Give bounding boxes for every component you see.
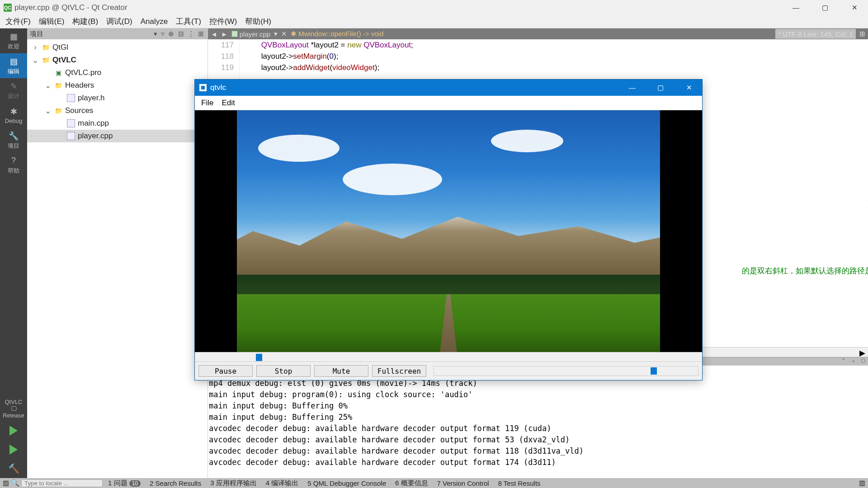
nav-back-button[interactable]: ◄ [211, 30, 217, 38]
dropdown-icon[interactable]: ▾ [274, 30, 278, 38]
qtcreator-icon: QC [4, 4, 12, 12]
symbol-crumb[interactable]: ✱ Mwindow::openFile() -> void [291, 30, 383, 38]
qtvlc-titlebar[interactable]: qtvlc — ▢ ✕ [195, 80, 702, 96]
mode-welcome[interactable]: ▦欢迎 [0, 28, 27, 53]
status-issues[interactable]: 1 问题 10 [104, 479, 144, 488]
twisty-icon[interactable]: ⌄ [44, 81, 52, 90]
tree-row[interactable]: player.cpp [27, 130, 208, 142]
menu-edit[interactable]: 编辑(E) [39, 16, 65, 27]
line-number: 119 [208, 62, 234, 73]
run-debug-button[interactable] [0, 440, 27, 459]
bug-icon: ✱ [9, 107, 19, 117]
status-compile[interactable]: 4 编译输出 [262, 479, 302, 488]
menu-help[interactable]: 帮助(H) [245, 16, 271, 27]
folder-icon: 📁 [54, 107, 62, 115]
status-appoutput[interactable]: 3 应用程序输出 [207, 479, 260, 488]
edit-icon: ▤ [9, 56, 19, 66]
player-controls: Pause Stop Mute Fullscreen [195, 362, 702, 380]
search-icon: 🔍 [11, 479, 19, 487]
video-area[interactable] [195, 110, 702, 352]
mode-debug[interactable]: ✱Debug [0, 103, 27, 128]
tree-row[interactable]: ⌄📁Headers [27, 79, 208, 92]
build-button[interactable]: 🔨 [0, 459, 27, 478]
menu-widgets[interactable]: 控件(W) [209, 16, 237, 27]
status-qml[interactable]: 5 QML Debugger Console [304, 479, 390, 487]
qtvlc-maximize-button[interactable]: ▢ [647, 84, 674, 92]
menu-analyze[interactable]: Analyze [141, 17, 168, 26]
qtvlc-close-button[interactable]: ✕ [676, 84, 702, 92]
locator-input[interactable] [21, 479, 103, 487]
mode-projects[interactable]: 🔧项目 [0, 128, 27, 153]
tree-row[interactable]: ⌄📁QtVLC [27, 54, 208, 66]
progress-icon[interactable]: ▥ [859, 479, 865, 487]
status-vcs[interactable]: 7 Version Control [434, 479, 493, 487]
tree-row[interactable]: player.h [27, 92, 208, 104]
menu-tools[interactable]: 工具(T) [176, 16, 201, 27]
mode-bar: ▦欢迎 ▤编辑 ✎设计 ✱Debug 🔧项目 ?帮助 QtVLC 🖵 Relea… [0, 28, 27, 478]
output-text[interactable]: mp4 demux debug: stss gives 2 --> 0 (sam… [208, 366, 868, 478]
menu-debug[interactable]: 调试(D) [106, 16, 132, 27]
close-button[interactable]: ✕ [841, 4, 868, 12]
volume-thumb[interactable] [651, 367, 657, 375]
kit-config-label: Release [3, 412, 24, 419]
cpp-file-icon [231, 31, 238, 37]
scroll-right-icon[interactable]: ▶ [859, 348, 865, 358]
tree-item-label: main.cpp [78, 119, 109, 128]
status-tests[interactable]: 8 Test Results [495, 479, 544, 487]
line-number: 118 [208, 51, 234, 62]
menu-build[interactable]: 构建(B) [72, 16, 98, 27]
mode-edit[interactable]: ▤编辑 [0, 53, 27, 78]
project-header-label: 项目 [30, 30, 43, 38]
tree-row[interactable]: ⌄📁Sources [27, 104, 208, 117]
mode-help[interactable]: ?帮助 [0, 153, 27, 178]
maximize-button[interactable]: ▢ [811, 4, 839, 12]
video-frame [237, 110, 660, 352]
twisty-icon[interactable]: › [32, 43, 39, 52]
fullscreen-button[interactable]: Fullscreen [372, 365, 426, 377]
line-number: 117 [208, 39, 234, 51]
minimize-button[interactable]: — [783, 4, 810, 11]
help-icon: ? [9, 156, 19, 166]
seek-thumb[interactable] [256, 354, 262, 361]
folder-icon: 📁 [42, 43, 50, 52]
tree-row[interactable]: main.cpp [27, 117, 208, 130]
tree-item-label: QtVLC.pro [65, 68, 101, 77]
split-icon[interactable]: ⊞ [859, 30, 865, 38]
tree-row[interactable]: ▣QtVLC.pro [27, 66, 208, 79]
qtvlc-menubar: File Edit [195, 96, 702, 110]
output-up-icon[interactable]: ⌃ [838, 357, 848, 366]
tree-item-label: player.h [78, 94, 105, 103]
project-header-toolbar[interactable]: ▾ ▿ ⊕ ⊟ ⋮ ⊞ [154, 30, 205, 38]
qtvlc-minimize-button[interactable]: — [619, 84, 646, 91]
toggle-sidebar-icon[interactable]: ▥ [3, 479, 9, 487]
mode-welcome-label: 欢迎 [8, 42, 19, 51]
project-tree[interactable]: ›📁QtGl⌄📁QtVLC▣QtVLC.pro⌄📁Headersplayer.h… [27, 39, 208, 478]
grid-icon: ▦ [9, 32, 19, 42]
output-down-icon[interactable]: ⌄ [848, 357, 858, 366]
editor-status: * UTF-8 Line: 145, Col: 1 [775, 29, 856, 39]
tree-item-label: QtVLC [52, 56, 76, 65]
nav-fwd-button[interactable]: ► [221, 30, 228, 38]
folder-icon: 📁 [54, 81, 62, 89]
editor-file-tab[interactable]: player.cpp [231, 30, 270, 38]
volume-slider[interactable] [434, 366, 698, 376]
qtvlc-menu-file[interactable]: File [201, 99, 213, 108]
menu-file[interactable]: 文件(F) [5, 16, 31, 27]
tab-close-button[interactable]: ✕ [281, 30, 287, 38]
kit-selector[interactable]: QtVLC 🖵 Release [0, 396, 27, 421]
seek-slider[interactable] [195, 352, 702, 362]
qtvlc-menu-edit[interactable]: Edit [222, 99, 235, 108]
status-general[interactable]: 6 概要信息 [392, 479, 432, 488]
run-button[interactable] [0, 421, 27, 440]
mute-button[interactable]: Mute [314, 365, 368, 377]
twisty-icon[interactable]: ⌄ [32, 56, 39, 65]
tree-row[interactable]: ›📁QtGl [27, 41, 208, 54]
twisty-icon[interactable]: ⌄ [44, 106, 52, 116]
mode-design[interactable]: ✎设计 [0, 78, 27, 103]
mode-projects-label: 项目 [8, 142, 19, 150]
status-search[interactable]: 2 Search Results [146, 479, 205, 487]
project-header: 项目 ▾ ▿ ⊕ ⊟ ⋮ ⊞ [27, 28, 208, 39]
pause-button[interactable]: Pause [198, 365, 253, 377]
stop-button[interactable]: Stop [256, 365, 311, 377]
output-close-icon[interactable]: ▢ [858, 357, 868, 366]
